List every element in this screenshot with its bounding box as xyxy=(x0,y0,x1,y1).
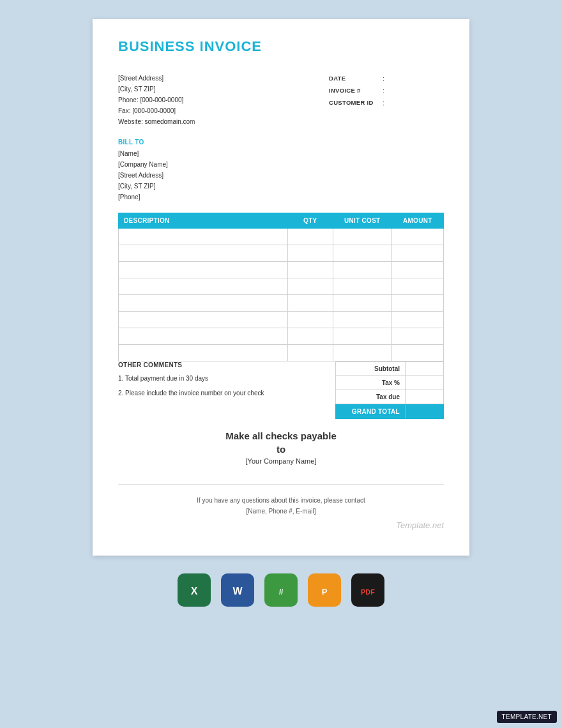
footer-line1: If you have any questions about this inv… xyxy=(118,495,444,506)
td-desc xyxy=(119,229,288,245)
sender-address: [Street Address] xyxy=(118,73,195,84)
word-icon[interactable]: W xyxy=(221,573,254,607)
payable-text: Make all checks payable to xyxy=(118,429,444,456)
grand-total-value xyxy=(405,405,443,418)
td-desc xyxy=(119,295,288,312)
svg-text:PDF: PDF xyxy=(361,588,375,596)
bottom-section: OTHER COMMENTS 1. Total payment due in 3… xyxy=(118,361,444,419)
meta-invoice-row: INVOICE # : xyxy=(329,85,444,97)
payable-company: [Your Company Name] xyxy=(118,457,444,465)
td-unit xyxy=(333,345,391,361)
tax-pct-value xyxy=(405,376,443,390)
invoice-card-wrapper: BUSINESS INVOICE [Street Address] [City,… xyxy=(93,19,469,556)
templatenet-badge: TEMPLATE.NET xyxy=(497,711,557,723)
td-amount xyxy=(391,278,443,295)
table-row xyxy=(119,262,444,278)
td-qty xyxy=(287,278,333,295)
bill-to-phone: [Phone] xyxy=(118,192,444,202)
bill-to-company: [Company Name] xyxy=(118,159,444,170)
table-head: DESCRIPTION QTY UNIT COST AMOUNT xyxy=(119,213,444,229)
th-description: DESCRIPTION xyxy=(119,213,288,229)
bill-to-address: [Street Address] xyxy=(118,170,444,181)
sender-phone: Phone: [000-000-0000] xyxy=(118,95,195,105)
td-qty xyxy=(287,295,333,312)
meta-date-colon: : xyxy=(383,73,384,85)
td-unit xyxy=(333,328,391,345)
subtotal-label: Subtotal xyxy=(336,362,405,375)
bill-to-info: [Name] [Company Name] [Street Address] [… xyxy=(118,148,444,202)
tax-pct-row: Tax % xyxy=(335,376,444,390)
payable-line1: Make all checks payable xyxy=(225,430,336,441)
td-desc xyxy=(119,278,288,295)
td-qty xyxy=(287,229,333,245)
pdf-icon[interactable]: PDF xyxy=(351,573,384,607)
td-desc xyxy=(119,245,288,262)
comments-title: OTHER COMMENTS xyxy=(118,361,323,368)
subtotal-row: Subtotal xyxy=(335,361,444,376)
table-row xyxy=(119,345,444,361)
page-wrapper: BUSINESS INVOICE [Street Address] [City,… xyxy=(0,19,562,607)
meta-date-row: DATE : xyxy=(329,73,444,85)
td-amount xyxy=(391,345,443,361)
subtotal-value xyxy=(405,362,443,375)
td-qty xyxy=(287,328,333,345)
th-unit-cost: UNIT COST xyxy=(333,213,391,229)
bill-to-name: [Name] xyxy=(118,148,444,159)
td-unit xyxy=(333,245,391,262)
td-qty xyxy=(287,312,333,328)
numbers-icon[interactable]: # xyxy=(264,573,298,607)
td-desc xyxy=(119,262,288,278)
footer-line2: [Name, Phone #, E-mail] xyxy=(118,506,444,517)
tax-due-row: Tax due xyxy=(335,390,444,404)
sender-city: [City, ST ZIP] xyxy=(118,84,195,95)
bill-to-section: BILL TO [Name] [Company Name] [Street Ad… xyxy=(118,139,444,202)
comment-item-2: 2. Please include the invoice number on … xyxy=(118,388,323,398)
pages-icon[interactable]: P xyxy=(308,573,341,607)
table-row xyxy=(119,328,444,345)
td-amount xyxy=(391,328,443,345)
svg-text:W: W xyxy=(232,586,243,596)
summary-block: Subtotal Tax % Tax due GRAND TOTAL xyxy=(335,361,444,419)
header-section: [Street Address] [City, ST ZIP] Phone: [… xyxy=(118,73,444,127)
payable-line2: to xyxy=(277,444,285,455)
td-desc xyxy=(119,312,288,328)
excel-icon[interactable]: X xyxy=(178,573,211,607)
td-unit xyxy=(333,312,391,328)
td-amount xyxy=(391,229,443,245)
meta-customer-label: CUSTOMER ID xyxy=(329,97,380,109)
footer-note: If you have any questions about this inv… xyxy=(118,484,444,517)
meta-customer-row: CUSTOMER ID : xyxy=(329,97,444,109)
tax-due-label: Tax due xyxy=(336,390,405,404)
grand-total-label: GRAND TOTAL xyxy=(336,405,405,418)
comments-section: OTHER COMMENTS 1. Total payment due in 3… xyxy=(118,361,335,403)
meta-info: DATE : INVOICE # : CUSTOMER ID : xyxy=(329,73,444,127)
td-desc xyxy=(119,345,288,361)
bill-to-title: BILL TO xyxy=(118,139,444,146)
td-amount xyxy=(391,312,443,328)
td-desc xyxy=(119,328,288,345)
table-row xyxy=(119,312,444,328)
comment-item-1: 1. Total payment due in 30 days xyxy=(118,374,323,383)
sender-fax: Fax: [000-000-0000] xyxy=(118,105,195,116)
invoice-table: DESCRIPTION QTY UNIT COST AMOUNT xyxy=(118,213,444,361)
th-qty: QTY xyxy=(287,213,333,229)
td-qty xyxy=(287,262,333,278)
app-icons-row: X W # P PDF xyxy=(178,573,384,607)
td-amount xyxy=(391,295,443,312)
td-amount xyxy=(391,262,443,278)
table-row xyxy=(119,295,444,312)
td-unit xyxy=(333,262,391,278)
svg-text:X: X xyxy=(191,586,198,596)
grand-total-row: GRAND TOTAL xyxy=(335,404,444,419)
meta-date-label: DATE xyxy=(329,73,380,85)
invoice-title: BUSINESS INVOICE xyxy=(118,38,444,55)
td-unit xyxy=(333,295,391,312)
watermark: Template.net xyxy=(118,520,444,530)
td-qty xyxy=(287,345,333,361)
td-unit xyxy=(333,278,391,295)
invoice-card: BUSINESS INVOICE [Street Address] [City,… xyxy=(93,19,469,556)
meta-invoice-label: INVOICE # xyxy=(329,85,380,97)
td-unit xyxy=(333,229,391,245)
table-header-row: DESCRIPTION QTY UNIT COST AMOUNT xyxy=(119,213,444,229)
svg-text:#: # xyxy=(278,587,284,596)
